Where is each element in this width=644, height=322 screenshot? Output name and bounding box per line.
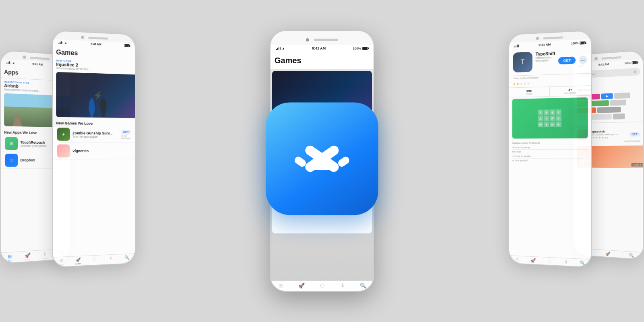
speaker-grill — [30, 56, 50, 60]
stat-age: 4+ Age Rating — [549, 86, 591, 96]
get-button[interactable]: GET — [558, 56, 576, 64]
touchretouch-icon: ⊗ — [5, 137, 18, 150]
search-icon-far-right-bottom: 🔍 — [629, 253, 634, 258]
search-icon-left: 🔍 — [125, 255, 130, 260]
games-icon-right: 🚀 — [530, 258, 536, 264]
status-time-far-right: 9:41 AM — [599, 63, 609, 66]
typeshift-header: T TypeShift Mesmerizing word game GET ••… — [509, 46, 591, 76]
rank-label: Word — [511, 92, 548, 95]
tab-games-left[interactable]: 🚀 Games — [70, 257, 86, 265]
camera-dot — [23, 56, 26, 59]
games-icon-center: 🚀 — [298, 283, 305, 289]
signal-right — [514, 45, 519, 47]
star-5: ★ — [527, 82, 530, 85]
clear-icon[interactable]: ⊗ — [634, 70, 637, 74]
search-icon-right: 🔍 — [580, 260, 586, 266]
tab-search-far-right-bottom[interactable]: 🔍 — [619, 252, 643, 258]
hop-star-3: ★ — [595, 136, 598, 139]
typeshift-name: TypeShift — [536, 51, 555, 56]
layers-icon-right: ⬡ — [547, 259, 551, 264]
appstore-logo-svg — [290, 126, 354, 191]
speaker-left — [88, 37, 108, 39]
apps-icon-left: ⊞ — [60, 258, 63, 263]
svg-rect-2 — [310, 162, 334, 170]
vignettes-name: Vignettes — [72, 149, 131, 153]
stats-row: #98 Word 4+ Age Rating — [509, 85, 591, 97]
tab-layers-right[interactable]: ⬡ — [541, 258, 558, 264]
zombie-game-item: ✈ Zombie Gunship Surv... Tour the apocal… — [53, 126, 135, 143]
down-icon-left: ⬇ — [109, 256, 113, 260]
typeshift-tagline: Mesmerizing word game — [536, 56, 555, 62]
tab-search-right[interactable]: 🔍 — [574, 260, 591, 266]
stat-rank: #98 Word — [509, 87, 550, 97]
games-icon-left: 🚀 — [76, 258, 80, 262]
tab-apps-far-left[interactable]: ⊞ Apps — [1, 253, 19, 262]
down-icon-right: ⬇ — [564, 260, 568, 265]
apps-tab-icon: ⊞ — [8, 254, 12, 260]
zombie-icon: ✈ — [57, 128, 70, 141]
tab-search-center[interactable]: 🔍 — [353, 283, 374, 289]
apps-icon-right: ⊞ — [515, 257, 519, 262]
injustice-hero: ⚡ — [56, 72, 135, 118]
layers-icon-center: ⬡ — [320, 283, 324, 289]
games-icon-far-right: 🚀 — [605, 252, 610, 256]
signal-left — [58, 41, 63, 44]
tab-apps-left[interactable]: ⊞ Apps — [53, 258, 70, 266]
points-label: Points 64 — [632, 163, 644, 166]
tab-apps-right[interactable]: ⊞ — [509, 257, 525, 263]
battery-center — [362, 47, 368, 50]
tab-updates-far-left[interactable]: ⬇ Updates — [36, 251, 54, 260]
games-tab-icon: 🚀 — [25, 252, 31, 258]
tab-games-far-right[interactable]: 🚀 — [597, 251, 619, 257]
more-button[interactable]: ••• — [579, 56, 587, 64]
tab-games-right[interactable]: 🚀 — [525, 258, 541, 264]
in-app-label: In-AppPurchases — [122, 134, 131, 139]
tab-games-far-left[interactable]: 🚀 Games — [19, 252, 36, 261]
tab-down-center[interactable]: ⬇ — [332, 283, 353, 289]
tab-apps-center[interactable]: ⊞ — [270, 283, 291, 289]
phone-notch-center — [270, 31, 374, 45]
tab-down-right[interactable]: ⬇ — [557, 259, 574, 265]
star-3: ★ — [520, 82, 523, 86]
hop-star-4: ★ — [599, 136, 601, 139]
status-time-left: 9:41 AM — [91, 43, 101, 46]
camera-center — [306, 38, 309, 41]
word-visual: T E E S A A R D W I N G — [512, 97, 588, 139]
battery-far-right — [632, 61, 638, 64]
phone-left: ▲ 9:41 AM Games NEW GAME Injustice 2 Whe… — [52, 30, 136, 268]
battery-pct-center: 100% — [353, 47, 361, 50]
news-items: Stubborn snow: PLOWING ocks go in spring… — [509, 140, 591, 164]
signal-icon — [6, 61, 11, 64]
tab-down-left[interactable]: ⬇ — [103, 256, 119, 264]
apps-label-left: Apps — [59, 263, 64, 266]
games-tab-label: Games — [25, 258, 30, 261]
hopscotch-desc: Learn to code, make your o... — [589, 133, 628, 136]
updates-tab-icon: ⬇ — [43, 251, 47, 257]
down-icon-center: ⬇ — [341, 283, 345, 289]
tab-layers-left[interactable]: ⬡ — [87, 256, 103, 264]
wifi-icon: ▲ — [12, 61, 15, 64]
wifi-left: ▲ — [64, 41, 67, 44]
status-time-far-left: 9:41 AM — [32, 62, 43, 66]
tab-search-left[interactable]: 🔍 — [119, 255, 135, 263]
hop-star-5: ★ — [601, 136, 604, 139]
battery-pct-right: 100% — [571, 42, 578, 45]
status-bar-center: ▲ 9:41 AM 100% — [270, 45, 374, 52]
svg-rect-4 — [337, 155, 351, 168]
speaker-center — [314, 39, 338, 41]
camera-left — [81, 35, 84, 39]
phone-right: 9:41 AM 100% T TypeShift Mesmerizing wor… — [508, 30, 592, 268]
hop-star-2: ★ — [592, 136, 594, 139]
camera-right — [536, 37, 539, 40]
hop-rating: 4.5 — [605, 136, 608, 139]
touchretouch-name: TouchRetouch — [20, 140, 56, 144]
signal-center — [276, 47, 281, 50]
typeshift-icon: T — [513, 52, 532, 72]
camera-far-right — [594, 57, 598, 60]
appstore-icon — [266, 102, 378, 215]
tab-layers-center[interactable]: ⬡ — [312, 283, 332, 289]
zombie-get-btn[interactable]: GET — [121, 130, 131, 134]
tab-games-center[interactable]: 🚀 — [291, 283, 312, 289]
age-label: Age Rating — [551, 91, 589, 95]
hop-get-btn[interactable]: GET — [629, 132, 640, 136]
